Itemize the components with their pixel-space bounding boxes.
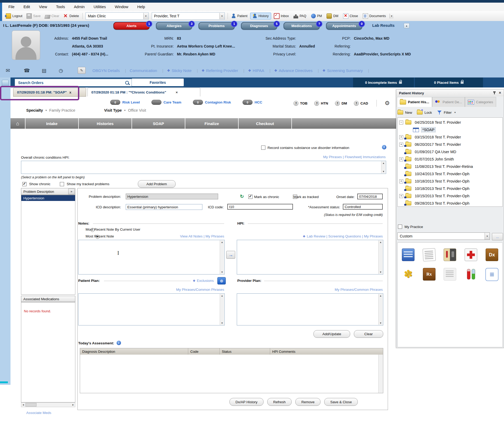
assessment-column-header[interactable]: Diagnosis Description [80,348,188,355]
scroll-up-icon[interactable]: ▲ [380,241,382,243]
scroll-left-icon[interactable]: ◄ [22,403,24,406]
assessment-column-header[interactable]: Status [220,348,270,355]
assessment-action-button[interactable]: Refresh [267,398,292,406]
toolbar-button[interactable]: Logout [4,13,24,19]
placed-items-status[interactable]: 0 Placed Items [415,77,483,87]
tree-item-label[interactable]: 10/24/2013 Test T. Provider-Oph [414,172,470,176]
associate-meds-link[interactable]: Associate Meds [26,411,51,415]
history-tree-item[interactable]: 11/08/2013 Test T. Provider-Retina [398,163,502,170]
pin-icon[interactable] [494,91,495,94]
toolbar-overflow-icon[interactable]: ▼ [390,14,393,18]
home-tab[interactable]: ⌂ [10,118,25,129]
scroll-up-icon[interactable]: ▲ [221,241,223,243]
favorites-button[interactable]: Favorites [132,79,184,86]
tree-item-label[interactable]: 03/15/2018 Test T. Provider [414,135,462,139]
close-icon[interactable]: × [499,90,501,95]
banner-pill-button[interactable]: Allergies 3 [156,22,192,30]
history-tree-item[interactable]: *SOAP [398,126,502,133]
tree-item-label[interactable]: 09/28/2013 Test T. Provider-Oph [414,201,470,206]
shortcut-icon[interactable] [444,268,456,281]
menu-item[interactable]: Edit [23,5,30,9]
refresh-icon[interactable]: ↻ [240,194,244,199]
toolbar-button[interactable]: PM [309,13,324,19]
quick-link[interactable]: ❖ Advance Directives [274,68,322,73]
search-icon[interactable] [125,81,129,85]
toolbar-button[interactable]: Save [24,13,43,19]
toolbar-button[interactable]: DM [324,13,340,19]
add-problem-button[interactable]: Add Problem [138,180,176,188]
tree-expand-toggle[interactable]: + [399,135,403,139]
scrollbar[interactable]: ▲▼ [381,161,386,173]
banner-pill-button[interactable]: Problems 1 [198,22,235,30]
clinic-select[interactable]: Main Clinic ▼ [86,12,149,20]
assessment-column-header[interactable]: HPI Comments [270,348,383,355]
scroll-up-icon[interactable]: ▲ [380,294,382,297]
patient-plan-phrases-link[interactable]: My Phrases/Common Phrases [156,288,224,292]
problem-list-item[interactable]: Hypertension [21,195,75,201]
clinical-flag[interactable]: ? DM [335,101,347,106]
assessment-column-header[interactable]: Code [188,348,220,355]
shortcut-icon[interactable] [423,268,435,281]
encounter-nav-tab[interactable]: Histories [79,118,132,129]
tree-item-label[interactable]: 01/09/2017 QA User MD [414,149,457,154]
clinical-flag[interactable]: ? TOB [293,101,307,106]
toolbar-button[interactable]: Delete [61,13,81,19]
quick-link[interactable]: ❖ Sticky Note [167,68,201,73]
mark-chronic-checkbox[interactable] [248,195,253,199]
toolbar-button[interactable]: Documents [361,13,388,19]
history-tree-item[interactable]: 10/18/2013 Test T. Provider-Oph [398,185,502,192]
tree-item-label[interactable]: 10/18/2013 Test T. Provider-Oph [414,179,470,184]
overall-hpi-textarea[interactable]: ▲▼ [21,161,386,174]
scrollbar[interactable]: ▲▼ [378,294,383,325]
shortcut-icon[interactable] [402,268,414,280]
encounter-nav-tab[interactable]: Intake [25,118,78,129]
scroll-down-icon[interactable]: ▼ [382,170,385,173]
menu-item[interactable]: View [39,5,47,9]
history-tree-item[interactable]: + 01/07/2015 John Smith [398,156,502,163]
show-chronic-checkbox[interactable] [22,182,27,186]
lab-results-toggle-button[interactable]: ▲ [404,23,410,28]
history-action-button[interactable]: Filter ▼ [437,111,456,115]
banner-pill-button[interactable]: Diagnoses 5 [241,22,277,30]
history-tree-item[interactable]: 01/09/2017 QA User MD [398,148,502,156]
tree-expand-toggle[interactable]: + [399,143,403,147]
chart-tab-chronic-conditions[interactable]: 07/29/2020 01:18 PM : "*Chronic Conditio… [87,88,200,96]
tree-item-label[interactable]: 01/07/2015 John Smith [414,157,455,162]
quick-link[interactable]: OBGYN Details [92,68,130,73]
my-practice-checkbox[interactable] [398,225,402,229]
shortcut-icon[interactable] [444,248,456,261]
exclusions-link[interactable]: ❖Exclusions [193,279,214,283]
show-tracked-checkbox[interactable] [60,182,64,186]
shortcut-icon[interactable] [402,248,414,261]
quick-link[interactable]: ❖ Referring Provider [202,68,248,73]
search-orders-box[interactable] [15,79,132,86]
tree-item-label[interactable]: 10/18/2013 Test T. Provider-Oph [414,186,470,191]
incomplete-items-status[interactable]: 0 Incomplete Items [353,77,414,87]
chevron-down-icon[interactable]: ▼ [45,109,47,112]
close-icon[interactable]: x [69,90,71,94]
scroll-down-icon[interactable]: ▼ [221,271,223,273]
visit-type-value[interactable]: Office Visit [128,108,146,112]
scroll-down-icon[interactable]: ▼ [380,322,382,324]
toolbar-button[interactable]: Close [341,13,360,19]
hpi-links[interactable]: ❖Lab Review | Screening Questions | My P… [282,234,383,238]
overall-hpi-links[interactable]: My Phrases | Flowsheet| Immunizations [289,155,386,159]
history-panel-tab[interactable]: Patient His... [397,97,432,107]
banner-pill-button[interactable]: Appointments 0 [326,22,362,30]
scrollbar-thumb[interactable] [25,403,36,407]
more-options-button[interactable]: ... [492,233,503,240]
history-panel-tab[interactable]: Patient De... [432,97,465,107]
chevron-down-icon[interactable]: ▼ [143,13,148,19]
gear-icon[interactable]: ⚙ [385,100,390,107]
chevron-down-icon[interactable]: ▼ [454,111,456,114]
assessment-status-input[interactable]: Controlled [343,204,383,210]
tree-item-label[interactable]: 11/08/2013 Test T. Provider-Retina [414,164,474,169]
tree-item-label[interactable]: 04/25/2018 Test T. Provider [414,120,462,125]
category-select[interactable]: Custom ▼ [397,232,490,240]
provider-select[interactable]: Provider, Test T ▼ [152,12,225,20]
provider-plan-phrases-link[interactable]: My Phrases/Common Phrases [315,288,383,292]
dock-tab-icon[interactable] [2,80,9,87]
hpi-textarea[interactable]: ▲▼ [237,240,383,274]
icd-description-input[interactable]: Essential (primary) hypertension [126,204,202,210]
edit-pencil-button[interactable]: ✎ [78,67,86,74]
